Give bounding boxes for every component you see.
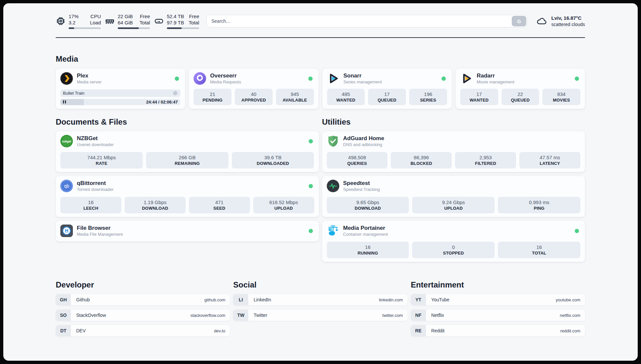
- hard-drive-icon: [154, 16, 164, 26]
- bookmark-url: linkedin.com: [379, 297, 403, 302]
- section-utilities: Utilities AdGuard Home DNS and adblockin…: [322, 117, 585, 262]
- ram-total: 64 GiB: [118, 19, 133, 26]
- app-subtitle: DNS and adblocking: [343, 142, 384, 147]
- app-card-sonarr[interactable]: Sonarr Series management 485WANTED 17QUE…: [322, 69, 452, 109]
- bookmark-name: YouTube: [431, 297, 449, 302]
- svg-text:nzbget: nzbget: [62, 140, 72, 143]
- stat-total: 16TOTAL: [498, 242, 580, 258]
- bookmark-github[interactable]: GH Github github.com: [56, 294, 230, 305]
- stat-downloaded: 39.6 TBDOWNLOADED: [232, 152, 314, 168]
- overseerr-icon: [194, 72, 206, 85]
- search-engine-button[interactable]: G: [512, 16, 526, 26]
- app-card-qbittorrent[interactable]: qb qBittorrent Torrent downloader 16LEEC…: [56, 176, 319, 217]
- app-card-portainer[interactable]: Media Portainer Container management 16R…: [322, 221, 585, 262]
- bookmark-url: github.com: [204, 297, 226, 302]
- adguard-icon: [327, 135, 339, 147]
- app-name: AdGuard Home: [343, 135, 384, 142]
- speedtest-icon: [327, 180, 339, 192]
- app-subtitle: Media server: [77, 79, 102, 85]
- pause-icon[interactable]: [63, 100, 66, 104]
- app-card-plex[interactable]: Plex Media server Bullet Train 24:44 / 0…: [56, 69, 185, 109]
- section-media: Media Plex Media server Bullet Train: [56, 54, 585, 109]
- bookmark-name: Netflix: [431, 313, 444, 318]
- app-card-radarr[interactable]: Radarr Movie management 17WANTED 22QUEUE…: [456, 69, 585, 109]
- app-name: Overseerr: [210, 72, 241, 79]
- cpu-label-2: Load: [90, 19, 101, 26]
- app-card-adguard[interactable]: AdGuard Home DNS and adblocking 498,508Q…: [322, 131, 585, 172]
- app-name: NZBGet: [77, 135, 114, 142]
- bookmark-url: reddit.com: [560, 328, 580, 333]
- app-card-filebrowser[interactable]: File Browser Media File Management: [56, 221, 319, 241]
- stat-wanted: 17WANTED: [460, 89, 498, 105]
- radarr-icon: [460, 72, 473, 85]
- header-divider: [56, 37, 585, 38]
- bookmark-abbr: DT: [56, 325, 71, 336]
- stat-leech: 16LEECH: [60, 197, 121, 213]
- stat-running: 16RUNNING: [327, 242, 409, 258]
- section-title-developer: Developer: [56, 280, 230, 289]
- status-indicator: [309, 229, 313, 233]
- bookmarks-entertainment: Entertainment YT YouTube youtube.com NF …: [411, 280, 585, 336]
- stat-ping: 0.993 msPING: [498, 197, 580, 213]
- stat-queued: 17QUEUED: [368, 89, 406, 105]
- stat-remaining: 266 GBREMAINING: [146, 152, 229, 168]
- section-title-entertainment: Entertainment: [411, 280, 585, 289]
- search-bar: G: [206, 15, 527, 27]
- bookmark-name: LinkedIn: [254, 297, 271, 302]
- now-playing-time: 24:44 / 02:06:47: [146, 100, 178, 105]
- app-name: Sonarr: [344, 72, 382, 79]
- cpu-label-1: CPU: [90, 13, 101, 19]
- status-indicator: [575, 76, 579, 81]
- bookmark-url: dev.to: [214, 328, 225, 333]
- stat-wanted: 485WANTED: [327, 89, 365, 105]
- app-subtitle: Media File Management: [77, 231, 123, 237]
- stat-upload: 618.52 MbpsUPLOAD: [253, 197, 314, 213]
- filebrowser-icon: [60, 225, 73, 237]
- bookmark-name: Reddit: [431, 328, 444, 333]
- bookmark-abbr: LI: [233, 294, 248, 305]
- portainer-icon: [327, 225, 339, 237]
- status-indicator: [308, 76, 313, 81]
- app-subtitle: Container management: [343, 231, 388, 237]
- app-subtitle: Movie management: [477, 79, 514, 85]
- stat-download: 9.65 GbpsDOWNLOAD: [327, 197, 409, 213]
- weather-condition: scattered clouds: [551, 21, 585, 27]
- cloud-icon: [536, 15, 548, 27]
- ram-icon: [105, 16, 115, 26]
- app-subtitle: Usenet downloader: [77, 142, 114, 147]
- bookmark-stackoverflow[interactable]: SO StackOverflow stackoverflow.com: [56, 310, 230, 321]
- dashboard: 17%CPU 3.2Load 22 GiBFree 64 GiBTotal: [3, 3, 638, 361]
- app-name: Speedtest: [343, 180, 380, 187]
- app-card-overseerr[interactable]: Overseerr Media Requests 21PENDING 40APP…: [189, 69, 318, 109]
- bookmark-abbr: GH: [56, 294, 71, 305]
- cpu-progress-fill: [69, 27, 74, 29]
- bookmark-name: StackOverflow: [76, 313, 106, 318]
- stat-stopped: 0STOPPED: [412, 242, 495, 258]
- svg-text:qb: qb: [64, 183, 69, 189]
- sonarr-icon: [327, 72, 340, 85]
- bookmark-netflix[interactable]: NF Netflix netflix.com: [411, 310, 585, 321]
- status-indicator: [575, 229, 579, 233]
- disk-metric: 52.4 TBFree 97.9 TBTotal: [154, 13, 199, 29]
- now-playing-progress-bar[interactable]: 24:44 / 02:06:47: [60, 99, 180, 105]
- status-indicator: [309, 184, 313, 188]
- disk-progress-bar: [167, 27, 199, 29]
- stat-blocked: 86,396BLOCKED: [391, 152, 452, 168]
- app-card-nzbget[interactable]: nzbget NZBGet Usenet downloader 744.21 M…: [56, 131, 319, 172]
- bookmark-reddit[interactable]: RE Reddit reddit.com: [411, 325, 585, 336]
- bookmark-name: Twitter: [254, 313, 267, 318]
- stat-rate: 744.21 MbpsRATE: [60, 152, 143, 168]
- ram-free: 22 GiB: [118, 13, 133, 19]
- now-playing-title-bar: Bullet Train: [60, 89, 180, 97]
- bookmark-dev[interactable]: DT DEV dev.to: [56, 325, 230, 336]
- qbittorrent-icon: qb: [60, 180, 73, 192]
- bookmark-youtube[interactable]: YT YouTube youtube.com: [411, 294, 585, 305]
- bookmark-linkedin[interactable]: LI LinkedIn linkedin.com: [233, 294, 407, 305]
- bookmark-twitter[interactable]: TW Twitter twitter.com: [233, 310, 407, 321]
- app-name: File Browser: [77, 225, 123, 231]
- app-card-speedtest[interactable]: Speedtest Speedtest Tracking 9.65 GbpsDO…: [322, 176, 585, 217]
- cpu-progress-bar: [69, 27, 101, 29]
- plex-icon: [60, 72, 73, 85]
- bookmark-abbr: YT: [411, 294, 426, 305]
- search-input[interactable]: [206, 15, 527, 27]
